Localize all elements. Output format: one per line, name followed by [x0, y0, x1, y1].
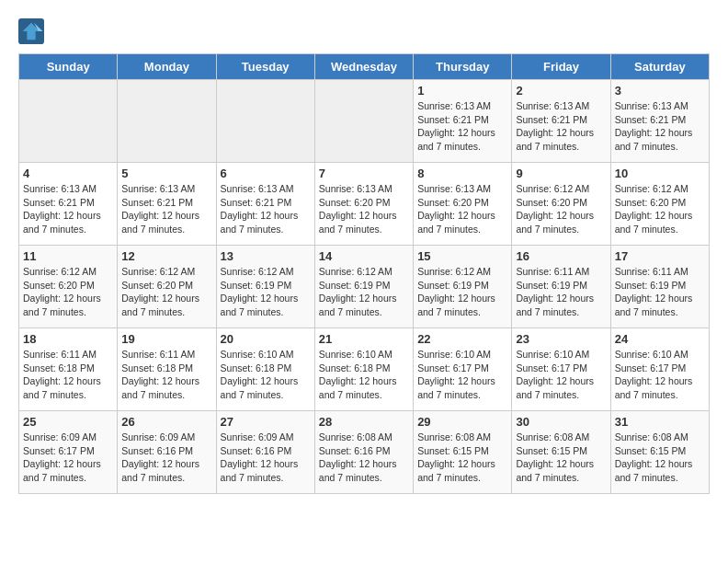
- day-number: 6: [221, 167, 311, 180]
- day-detail: Sunrise: 6:13 AM Sunset: 6:21 PM Dayligh…: [121, 182, 211, 236]
- calendar-cell: [118, 80, 216, 163]
- day-detail: Sunrise: 6:12 AM Sunset: 6:19 PM Dayligh…: [221, 265, 311, 319]
- weekday-header-sunday: Sunday: [19, 54, 118, 80]
- day-number: 15: [417, 249, 507, 263]
- day-number: 27: [221, 415, 311, 429]
- day-detail: Sunrise: 6:11 AM Sunset: 6:18 PM Dayligh…: [121, 348, 211, 402]
- logo-icon: [18, 18, 44, 44]
- day-detail: Sunrise: 6:09 AM Sunset: 6:16 PM Dayligh…: [121, 431, 211, 485]
- week-row-5: 25Sunrise: 6:09 AM Sunset: 6:17 PM Dayli…: [19, 411, 710, 494]
- day-number: 30: [516, 415, 606, 429]
- calendar-cell: 11Sunrise: 6:12 AM Sunset: 6:20 PM Dayli…: [19, 246, 118, 328]
- weekday-header-row: SundayMondayTuesdayWednesdayThursdayFrid…: [19, 54, 710, 80]
- day-detail: Sunrise: 6:10 AM Sunset: 6:18 PM Dayligh…: [319, 348, 409, 402]
- day-number: 25: [23, 415, 113, 429]
- day-detail: Sunrise: 6:12 AM Sunset: 6:19 PM Dayligh…: [319, 265, 409, 319]
- day-number: 16: [516, 249, 606, 263]
- calendar-cell: 28Sunrise: 6:08 AM Sunset: 6:16 PM Dayli…: [314, 411, 413, 494]
- day-detail: Sunrise: 6:11 AM Sunset: 6:19 PM Dayligh…: [615, 265, 705, 319]
- day-number: 2: [516, 84, 606, 98]
- day-detail: Sunrise: 6:08 AM Sunset: 6:16 PM Dayligh…: [319, 431, 409, 485]
- calendar-cell: [314, 80, 413, 163]
- day-detail: Sunrise: 6:13 AM Sunset: 6:21 PM Dayligh…: [615, 99, 705, 154]
- day-detail: Sunrise: 6:12 AM Sunset: 6:20 PM Dayligh…: [23, 265, 113, 319]
- calendar-table: SundayMondayTuesdayWednesdayThursdayFrid…: [18, 53, 710, 494]
- week-row-2: 4Sunrise: 6:13 AM Sunset: 6:21 PM Daylig…: [19, 163, 710, 246]
- calendar-cell: 31Sunrise: 6:08 AM Sunset: 6:15 PM Dayli…: [610, 411, 709, 494]
- day-number: 26: [121, 415, 211, 429]
- day-number: 1: [417, 84, 507, 98]
- day-detail: Sunrise: 6:12 AM Sunset: 6:19 PM Dayligh…: [417, 265, 507, 319]
- day-detail: Sunrise: 6:08 AM Sunset: 6:15 PM Dayligh…: [615, 431, 705, 485]
- calendar-cell: 18Sunrise: 6:11 AM Sunset: 6:18 PM Dayli…: [19, 328, 118, 411]
- calendar-cell: 29Sunrise: 6:08 AM Sunset: 6:15 PM Dayli…: [414, 411, 512, 494]
- calendar-cell: 6Sunrise: 6:13 AM Sunset: 6:21 PM Daylig…: [216, 163, 314, 246]
- calendar-cell: 21Sunrise: 6:10 AM Sunset: 6:18 PM Dayli…: [314, 328, 413, 411]
- day-detail: Sunrise: 6:08 AM Sunset: 6:15 PM Dayligh…: [417, 431, 507, 485]
- day-detail: Sunrise: 6:12 AM Sunset: 6:20 PM Dayligh…: [615, 182, 705, 236]
- calendar-cell: 20Sunrise: 6:10 AM Sunset: 6:18 PM Dayli…: [216, 328, 314, 411]
- calendar-cell: 3Sunrise: 6:13 AM Sunset: 6:21 PM Daylig…: [610, 80, 709, 163]
- day-number: 8: [417, 167, 507, 180]
- calendar-cell: 23Sunrise: 6:10 AM Sunset: 6:17 PM Dayli…: [512, 328, 610, 411]
- weekday-header-thursday: Thursday: [414, 54, 512, 80]
- day-number: 12: [121, 249, 211, 263]
- day-number: 9: [516, 167, 606, 180]
- calendar-cell: 10Sunrise: 6:12 AM Sunset: 6:20 PM Dayli…: [610, 163, 709, 246]
- week-row-4: 18Sunrise: 6:11 AM Sunset: 6:18 PM Dayli…: [19, 328, 710, 411]
- week-row-1: 1Sunrise: 6:13 AM Sunset: 6:21 PM Daylig…: [19, 80, 710, 163]
- calendar-cell: 19Sunrise: 6:11 AM Sunset: 6:18 PM Dayli…: [118, 328, 216, 411]
- calendar-cell: 4Sunrise: 6:13 AM Sunset: 6:21 PM Daylig…: [19, 163, 118, 246]
- day-detail: Sunrise: 6:13 AM Sunset: 6:20 PM Dayligh…: [417, 182, 507, 236]
- calendar-cell: [19, 80, 118, 163]
- day-number: 14: [319, 249, 409, 263]
- day-number: 23: [516, 332, 606, 346]
- day-detail: Sunrise: 6:12 AM Sunset: 6:20 PM Dayligh…: [516, 182, 606, 236]
- day-number: 7: [319, 167, 409, 180]
- day-number: 21: [319, 332, 409, 346]
- day-detail: Sunrise: 6:11 AM Sunset: 6:18 PM Dayligh…: [23, 348, 113, 402]
- day-number: 28: [319, 415, 409, 429]
- week-row-3: 11Sunrise: 6:12 AM Sunset: 6:20 PM Dayli…: [19, 246, 710, 328]
- day-detail: Sunrise: 6:13 AM Sunset: 6:21 PM Dayligh…: [221, 182, 311, 236]
- calendar-cell: 26Sunrise: 6:09 AM Sunset: 6:16 PM Dayli…: [118, 411, 216, 494]
- weekday-header-saturday: Saturday: [610, 54, 709, 80]
- calendar-cell: 13Sunrise: 6:12 AM Sunset: 6:19 PM Dayli…: [216, 246, 314, 328]
- day-detail: Sunrise: 6:13 AM Sunset: 6:21 PM Dayligh…: [516, 99, 606, 154]
- calendar-cell: [216, 80, 314, 163]
- calendar-cell: 17Sunrise: 6:11 AM Sunset: 6:19 PM Dayli…: [610, 246, 709, 328]
- calendar-cell: 25Sunrise: 6:09 AM Sunset: 6:17 PM Dayli…: [19, 411, 118, 494]
- calendar-cell: 2Sunrise: 6:13 AM Sunset: 6:21 PM Daylig…: [512, 80, 610, 163]
- day-number: 18: [23, 332, 113, 346]
- day-number: 5: [121, 167, 211, 180]
- day-number: 4: [23, 167, 113, 180]
- calendar-cell: 27Sunrise: 6:09 AM Sunset: 6:16 PM Dayli…: [216, 411, 314, 494]
- day-detail: Sunrise: 6:10 AM Sunset: 6:17 PM Dayligh…: [516, 348, 606, 402]
- calendar-cell: 1Sunrise: 6:13 AM Sunset: 6:21 PM Daylig…: [414, 80, 512, 163]
- page: SundayMondayTuesdayWednesdayThursdayFrid…: [0, 0, 728, 503]
- day-detail: Sunrise: 6:08 AM Sunset: 6:15 PM Dayligh…: [516, 431, 606, 485]
- weekday-header-friday: Friday: [512, 54, 610, 80]
- weekday-header-monday: Monday: [118, 54, 216, 80]
- calendar-cell: 14Sunrise: 6:12 AM Sunset: 6:19 PM Dayli…: [314, 246, 413, 328]
- weekday-header-wednesday: Wednesday: [314, 54, 413, 80]
- day-number: 29: [417, 415, 507, 429]
- calendar-cell: 8Sunrise: 6:13 AM Sunset: 6:20 PM Daylig…: [414, 163, 512, 246]
- day-detail: Sunrise: 6:12 AM Sunset: 6:20 PM Dayligh…: [121, 265, 211, 319]
- calendar-cell: 15Sunrise: 6:12 AM Sunset: 6:19 PM Dayli…: [414, 246, 512, 328]
- calendar-cell: 22Sunrise: 6:10 AM Sunset: 6:17 PM Dayli…: [414, 328, 512, 411]
- day-number: 22: [417, 332, 507, 346]
- calendar-cell: 12Sunrise: 6:12 AM Sunset: 6:20 PM Dayli…: [118, 246, 216, 328]
- calendar-cell: 7Sunrise: 6:13 AM Sunset: 6:20 PM Daylig…: [314, 163, 413, 246]
- day-number: 3: [615, 84, 705, 98]
- day-detail: Sunrise: 6:13 AM Sunset: 6:21 PM Dayligh…: [417, 99, 507, 154]
- calendar-cell: 5Sunrise: 6:13 AM Sunset: 6:21 PM Daylig…: [118, 163, 216, 246]
- day-detail: Sunrise: 6:09 AM Sunset: 6:16 PM Dayligh…: [221, 431, 311, 485]
- day-number: 19: [121, 332, 211, 346]
- calendar-cell: 24Sunrise: 6:10 AM Sunset: 6:17 PM Dayli…: [610, 328, 709, 411]
- weekday-header-tuesday: Tuesday: [216, 54, 314, 80]
- day-number: 20: [221, 332, 311, 346]
- day-detail: Sunrise: 6:13 AM Sunset: 6:20 PM Dayligh…: [319, 182, 409, 236]
- day-detail: Sunrise: 6:09 AM Sunset: 6:17 PM Dayligh…: [23, 431, 113, 485]
- day-detail: Sunrise: 6:10 AM Sunset: 6:17 PM Dayligh…: [417, 348, 507, 402]
